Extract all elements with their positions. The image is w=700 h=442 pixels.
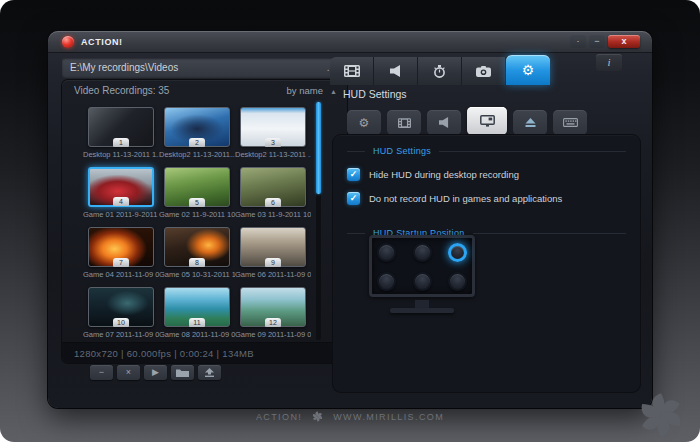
library-header: Video Recordings: 35 by name ▲ (62, 80, 347, 102)
thumbnail-image: 10 (88, 287, 154, 327)
recordings-path-field[interactable]: ... E:\My recordings\Videos (62, 58, 346, 77)
hud-position-bottom-center[interactable] (413, 272, 432, 291)
video-thumbnail[interactable]: 9 Game 06 2011-11-09 0... (235, 227, 311, 285)
section-title: HUD Settings (373, 146, 431, 156)
speaker-icon (390, 65, 401, 77)
thumbnail-image: 9 (240, 227, 306, 267)
hud-position-top-left[interactable] (377, 243, 396, 262)
sort-by-name[interactable]: by name (287, 80, 323, 102)
checkbox-checked[interactable]: ✓ (347, 168, 360, 181)
hud-position-row (372, 272, 472, 291)
recordings-path-value: E:\My recordings\Videos (70, 62, 178, 73)
recording-number-badge: 2 (189, 138, 205, 147)
video-thumbnail[interactable]: 6 Game 03 11-9-2011 10... (235, 167, 311, 225)
speaker-icon (439, 117, 449, 128)
video-thumbnail[interactable]: 8 Game 05 10-31-2011 1... (159, 227, 235, 285)
recording-number-badge: 10 (113, 318, 129, 327)
thumbnail-image: 1 (88, 107, 154, 147)
film-icon (344, 65, 360, 77)
minimize-button[interactable]: − (589, 35, 605, 48)
footer-app-name: ACTION! (256, 412, 302, 422)
thumbnail-label: Game 04 2011-11-09 0... (83, 270, 159, 279)
subtab-general[interactable]: ⚙ (347, 110, 381, 135)
video-thumbnail[interactable]: 3 Desktop2 11-13-2011 ... (235, 107, 311, 165)
recording-number-badge: 8 (189, 258, 205, 267)
thumbnail-image: 11 (164, 287, 230, 327)
option-label: Hide HUD during desktop recording (369, 169, 519, 180)
title-bar[interactable]: ACTION! · − x (48, 31, 652, 53)
thumbnail-label: Desktop 11-13-2011 1... (83, 150, 159, 159)
main-tab-bar: ⚙ (330, 57, 550, 85)
option-no-record-hud[interactable]: ✓ Do not record HUD in games and applica… (347, 192, 626, 205)
video-thumbnail-selected[interactable]: 4 Game 01 2011-9-2011 ... (83, 167, 159, 225)
video-thumbnail[interactable]: 10 Game 07 2011-11-09 0... (83, 287, 159, 345)
footer-site-url: WWW.MIRILLIS.COM (333, 412, 444, 422)
thumbnail-image: 3 (240, 107, 306, 147)
mirillis-flower-icon (638, 392, 684, 438)
recording-number-badge: 9 (265, 258, 281, 267)
remove-from-list-button[interactable]: − (90, 365, 113, 380)
recording-number-badge: 12 (265, 318, 281, 327)
monitor-stand-base (390, 308, 454, 313)
subtab-hotkeys[interactable] (553, 110, 587, 135)
tab-benchmark[interactable] (418, 57, 462, 85)
export-button[interactable] (198, 365, 221, 380)
stopwatch-icon (433, 65, 446, 78)
library-scrollbar-track[interactable] (316, 102, 321, 340)
tab-screenshots[interactable] (462, 57, 506, 85)
divider (347, 151, 365, 152)
open-folder-button[interactable] (171, 365, 194, 380)
thumbnail-label: Game 02 11-9-2011 10... (159, 210, 235, 219)
library-scrollbar-thumb[interactable] (316, 102, 321, 194)
hud-position-top-center[interactable] (413, 243, 432, 262)
thumbnail-label: Desktop2 11-13-2011 ... (235, 150, 311, 159)
screenshot-background: ACTION! · − x ... E:\My recordings\Video… (0, 0, 700, 442)
video-thumbnail[interactable]: 1 Desktop 11-13-2011 1... (83, 107, 159, 165)
mirillis-corner-logo (638, 392, 684, 442)
subtab-hud-active[interactable] (467, 107, 507, 135)
tab-audio[interactable] (374, 57, 418, 85)
thumbnail-label: Desktop2 11-13-2011... (159, 150, 235, 159)
subtab-sharing[interactable] (513, 110, 547, 135)
thumbnail-image: 4 (88, 167, 154, 207)
hud-position-top-right-selected[interactable] (448, 243, 467, 262)
app-record-dot-icon (62, 36, 74, 48)
camera-icon (476, 66, 491, 77)
thumbnail-image: 6 (240, 167, 306, 207)
subtab-video[interactable] (387, 110, 421, 135)
tab-video-recordings[interactable] (330, 57, 374, 85)
checkbox-checked[interactable]: ✓ (347, 192, 360, 205)
close-button[interactable]: x (608, 35, 640, 48)
video-thumbnail[interactable]: 7 Game 04 2011-11-09 0... (83, 227, 159, 285)
divider (439, 151, 626, 152)
video-thumbnail[interactable]: 5 Game 02 11-9-2011 10... (159, 167, 235, 225)
hud-position-bottom-right[interactable] (448, 272, 467, 291)
hud-settings-panel: HUD Settings ✓ Hide HUD during desktop r… (333, 135, 640, 392)
recording-info-status: 1280x720 | 60.000fps | 0:00:24 | 134MB (62, 342, 347, 363)
tab-settings-active[interactable]: ⚙ (506, 55, 550, 85)
recording-number-badge: 11 (189, 318, 205, 327)
option-hide-hud[interactable]: ✓ Hide HUD during desktop recording (347, 168, 626, 181)
thumbnail-image: 12 (240, 287, 306, 327)
tray-button[interactable]: · (570, 35, 586, 48)
action-app-window: ACTION! · − x ... E:\My recordings\Video… (48, 31, 652, 408)
thumbnail-image: 2 (164, 107, 230, 147)
thumbnail-label: Game 01 2011-9-2011 ... (83, 210, 159, 219)
video-thumbnail[interactable]: 11 Game 08 2011-11-09 0... (159, 287, 235, 345)
recording-number-badge: 3 (265, 138, 281, 147)
hud-settings-section-header: HUD Settings (347, 145, 626, 157)
subtab-audio[interactable] (427, 110, 461, 135)
thumbnail-label: Game 08 2011-11-09 0... (159, 330, 235, 339)
recording-number-badge: 7 (113, 258, 129, 267)
play-button[interactable]: ▶ (144, 365, 167, 380)
delete-button[interactable]: × (117, 365, 140, 380)
thumbnail-image: 8 (164, 227, 230, 267)
hud-position-bottom-left[interactable] (377, 272, 396, 291)
video-thumbnail[interactable]: 2 Desktop2 11-13-2011... (159, 107, 235, 165)
hud-monitor-icon (480, 115, 495, 127)
info-button[interactable]: i (596, 54, 622, 71)
gear-icon: ⚙ (359, 117, 370, 129)
hud-position-row (372, 243, 472, 262)
video-thumbnail[interactable]: 12 Game 09 2011-11-09 0... (235, 287, 311, 345)
thumbnail-label: Game 09 2011-11-09 0... (235, 330, 311, 339)
